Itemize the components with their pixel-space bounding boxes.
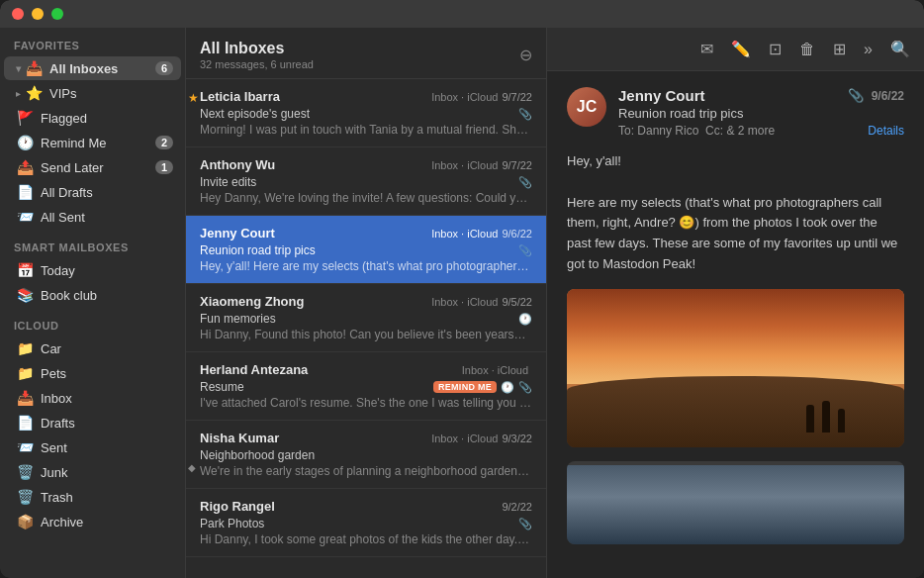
- sidebar-item-flagged[interactable]: 🚩Flagged: [4, 106, 181, 130]
- item-label-archive: Archive: [41, 515, 173, 530]
- email-date: 9/6/22: [502, 228, 532, 240]
- sidebar-item-all-drafts[interactable]: 📄All Drafts: [4, 180, 181, 204]
- reply-icon[interactable]: ✏️: [731, 40, 751, 58]
- sidebar-item-sent[interactable]: 📨Sent: [4, 435, 181, 459]
- sidebar-item-all-inboxes[interactable]: ▾📥All Inboxes6: [4, 56, 181, 80]
- email-preview: I've attached Carol's resume. She's the …: [200, 396, 532, 410]
- sidebar-item-car[interactable]: 📁Car: [4, 337, 181, 360]
- item-icon-vips: ⭐: [25, 84, 43, 102]
- sidebar: Favorites▾📥All Inboxes6▸⭐VIPs🚩Flagged🕐Re…: [0, 28, 186, 578]
- email-date: 9/5/22: [502, 296, 532, 308]
- detail-header: JC Jenny Court 📎 9/6/22 Reunion road tri…: [567, 87, 904, 138]
- sidebar-section-favorites: Favorites: [0, 28, 185, 55]
- email-item-4[interactable]: Xiaomeng Zhong Inbox · iCloud 9/5/22 Fun…: [186, 284, 546, 352]
- email-item-6[interactable]: ◆ Nisha Kumar Inbox · iCloud 9/3/22 Neig…: [186, 421, 546, 489]
- second-image: [567, 465, 904, 544]
- email-list-items: ★ Leticia Ibarra Inbox · iCloud 9/7/22 N…: [186, 79, 546, 578]
- item-label-trash: Trash: [41, 490, 173, 505]
- sidebar-item-vips[interactable]: ▸⭐VIPs: [4, 81, 181, 105]
- sidebar-item-junk[interactable]: 🗑️Junk: [4, 460, 181, 484]
- item-label-junk: Junk: [41, 465, 173, 480]
- email-row2: Next episode's guest 📎: [200, 107, 532, 121]
- email-mailbox: Inbox · iCloud: [431, 296, 498, 308]
- email-sender: Anthony Wu: [200, 157, 275, 172]
- email-date: 9/2/22: [502, 501, 532, 513]
- search-icon[interactable]: 🔍: [890, 40, 910, 58]
- detail-to-row: To: Danny Rico Cc: & 2 more Details: [618, 124, 904, 138]
- minimize-button[interactable]: [32, 8, 44, 20]
- sidebar-item-remind-me[interactable]: 🕐Remind Me2: [4, 131, 181, 154]
- sidebar-item-inbox[interactable]: 📥Inbox: [4, 386, 181, 410]
- mail-window: Favorites▾📥All Inboxes6▸⭐VIPs🚩Flagged🕐Re…: [0, 0, 924, 578]
- email-row1: Nisha Kumar Inbox · iCloud 9/3/22: [200, 431, 532, 445]
- desert-silhouettes: [806, 401, 845, 433]
- email-item-5[interactable]: Herland Antezana Inbox · iCloud Resume R…: [186, 352, 546, 421]
- item-label-book-club: Book club: [41, 288, 173, 303]
- more-icon[interactable]: »: [864, 41, 873, 58]
- item-icon-all-drafts: 📄: [16, 183, 34, 201]
- item-label-pets: Pets: [41, 366, 173, 381]
- detail-sender: Jenny Court 📎 9/6/22: [618, 87, 904, 104]
- sidebar-item-trash[interactable]: 🗑️Trash: [4, 485, 181, 509]
- sidebar-item-pets[interactable]: 📁Pets: [4, 361, 181, 385]
- filter-icon[interactable]: ⊖: [519, 46, 532, 64]
- clock-icon: 🕐: [501, 381, 514, 394]
- detail-to-label: To: Danny Rico Cc: & 2 more: [618, 124, 775, 138]
- email-date: 9/7/22: [502, 159, 532, 171]
- sidebar-item-today[interactable]: 📅Today: [4, 258, 181, 282]
- attachment-icon: 📎: [518, 244, 532, 257]
- item-icon-drafts: 📄: [16, 414, 34, 432]
- email-item-3[interactable]: Jenny Court Inbox · iCloud 9/6/22 Reunio…: [186, 216, 546, 284]
- email-item-7[interactable]: Rigo Rangel 9/2/22 Park Photos 📎 Hi Dann…: [186, 489, 546, 557]
- delete-icon[interactable]: 🗑: [799, 41, 815, 58]
- email-icons: 📎: [518, 108, 532, 121]
- content-area: Favorites▾📥All Inboxes6▸⭐VIPs🚩Flagged🕐Re…: [0, 28, 924, 578]
- email-mailbox: Inbox · iCloud: [431, 228, 498, 240]
- email-item-2[interactable]: Anthony Wu Inbox · iCloud 9/7/22 Invite …: [186, 147, 546, 216]
- details-link[interactable]: Details: [868, 124, 904, 138]
- sidebar-item-send-later[interactable]: 📤Send Later1: [4, 155, 181, 179]
- email-icons: REMIND ME🕐📎: [433, 381, 532, 394]
- sidebar-item-archive[interactable]: 📦Archive: [4, 510, 181, 533]
- email-row1: Leticia Ibarra Inbox · iCloud 9/7/22: [200, 89, 532, 104]
- item-label-all-sent: All Sent: [41, 210, 173, 225]
- maximize-button[interactable]: [51, 8, 63, 20]
- vip-icon: ◆: [188, 462, 196, 473]
- attachment-icon: 📎: [518, 381, 532, 394]
- email-sender: Jenny Court: [200, 226, 275, 241]
- close-button[interactable]: [12, 8, 24, 20]
- item-icon-junk: 🗑️: [16, 463, 34, 481]
- badge-send-later: 1: [155, 160, 173, 174]
- email-row1: Anthony Wu Inbox · iCloud 9/7/22: [200, 157, 532, 172]
- item-icon-pets: 📁: [16, 364, 34, 382]
- sidebar-section-icloud: iCloud: [0, 308, 185, 336]
- archive-icon[interactable]: ⊡: [769, 40, 782, 58]
- email-row1: Herland Antezana Inbox · iCloud: [200, 362, 532, 377]
- email-item-1[interactable]: ★ Leticia Ibarra Inbox · iCloud 9/7/22 N…: [186, 79, 546, 147]
- email-subject: Next episode's guest: [200, 107, 310, 121]
- item-icon-inbox: 📥: [16, 389, 34, 407]
- compose-icon[interactable]: ✉: [700, 40, 713, 58]
- item-label-flagged: Flagged: [41, 111, 173, 126]
- item-icon-sent: 📨: [16, 438, 34, 456]
- chevron-icon: ▾: [16, 63, 21, 74]
- sidebar-item-book-club[interactable]: 📚Book club: [4, 283, 181, 307]
- attachment-icon: 📎: [518, 518, 532, 530]
- email-list-header: All Inboxes 32 messages, 6 unread ⊖: [186, 28, 546, 79]
- badge-remind-me: 2: [155, 136, 173, 149]
- silhouette-3: [838, 409, 845, 433]
- move-icon[interactable]: ⊞: [833, 40, 846, 58]
- email-preview: Morning! I was put in touch with Tania b…: [200, 123, 532, 137]
- email-row1: Xiaomeng Zhong Inbox · iCloud 9/5/22: [200, 294, 532, 309]
- sidebar-item-all-sent[interactable]: 📨All Sent: [4, 205, 181, 229]
- email-row1: Jenny Court Inbox · iCloud 9/6/22: [200, 226, 532, 241]
- sidebar-item-drafts[interactable]: 📄Drafts: [4, 411, 181, 434]
- email-mailbox: Inbox · iCloud: [431, 433, 498, 444]
- avatar: JC: [567, 87, 606, 127]
- attachment-icon: 📎: [848, 88, 864, 103]
- email-image-1: [567, 289, 904, 447]
- email-date: 9/7/22: [502, 91, 532, 103]
- email-subject: Reunion road trip pics: [200, 243, 316, 257]
- detail-header-info: Jenny Court 📎 9/6/22 Reunion road trip p…: [618, 87, 904, 138]
- chevron-icon: ▸: [16, 88, 21, 99]
